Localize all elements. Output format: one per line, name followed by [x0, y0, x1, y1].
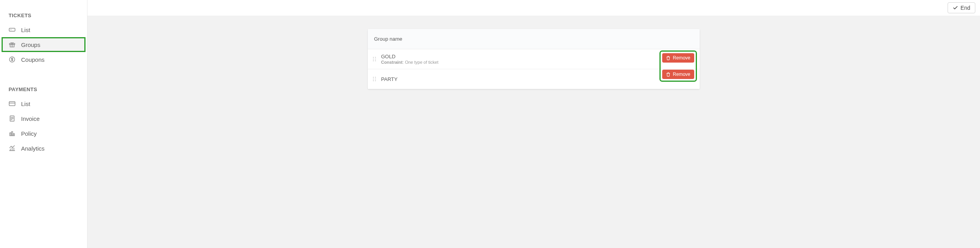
sidebar: TICKETS List Groups Coupons: [0, 0, 87, 248]
svg-point-28: [375, 79, 376, 79]
sidebar-section-payments: PAYMENTS List Invoice Policy: [0, 83, 87, 156]
ticket-icon: [9, 26, 16, 33]
svg-point-19: [373, 57, 374, 58]
sidebar-item-payments-analytics[interactable]: Analytics: [0, 141, 87, 156]
sidebar-item-label: List: [21, 101, 30, 107]
drag-handle-icon[interactable]: [372, 56, 377, 62]
remove-button[interactable]: Remove: [662, 53, 694, 63]
sidebar-item-payments-invoice[interactable]: Invoice: [0, 111, 87, 126]
sidebar-item-tickets-coupons[interactable]: Coupons: [0, 52, 87, 67]
group-row: GOLD Constraint: One type of ticket: [368, 49, 700, 69]
constraint-value: One type of ticket: [405, 60, 438, 65]
trash-icon: [666, 72, 670, 77]
svg-rect-6: [9, 102, 15, 106]
svg-point-21: [373, 59, 374, 59]
group-constraint: Constraint: One type of ticket: [381, 60, 690, 65]
svg-point-23: [373, 60, 374, 61]
sidebar-item-label: Policy: [21, 130, 37, 137]
group-row: PARTY: [368, 69, 700, 89]
credit-card-icon: [9, 100, 16, 107]
svg-rect-14: [13, 134, 14, 136]
svg-point-30: [375, 80, 376, 81]
svg-rect-0: [9, 28, 15, 31]
card-header: Group name: [368, 29, 700, 49]
sidebar-title-tickets: TICKETS: [0, 9, 87, 22]
sidebar-item-payments-policy[interactable]: Policy: [0, 126, 87, 141]
svg-point-26: [375, 77, 376, 78]
gift-icon: [9, 41, 16, 48]
remove-actions-highlight: Remove Remove: [661, 52, 695, 80]
check-icon: [953, 5, 958, 11]
svg-point-22: [375, 59, 376, 59]
content-area: Group name GOLD Constraint: One type of …: [87, 16, 980, 248]
invoice-icon: [9, 115, 16, 122]
svg-point-29: [373, 80, 374, 81]
topbar: End: [87, 0, 980, 16]
main: End Group name GOLD Constraint: One type…: [87, 0, 980, 248]
drag-handle-icon[interactable]: [372, 76, 377, 82]
analytics-icon: [9, 145, 16, 152]
svg-point-27: [373, 79, 374, 79]
sidebar-item-label: Groups: [21, 41, 40, 48]
trash-icon: [666, 56, 670, 60]
group-text: GOLD Constraint: One type of ticket: [381, 54, 690, 65]
svg-point-1: [11, 29, 11, 30]
sidebar-item-label: Coupons: [21, 56, 45, 63]
groups-card: Group name GOLD Constraint: One type of …: [368, 29, 700, 89]
group-name: PARTY: [381, 76, 690, 82]
sidebar-item-label: List: [21, 27, 30, 33]
end-button-label: End: [960, 5, 970, 11]
sidebar-item-label: Invoice: [21, 115, 40, 122]
sidebar-title-payments: PAYMENTS: [0, 83, 87, 96]
policy-icon: [9, 130, 16, 137]
svg-point-24: [375, 60, 376, 61]
group-text: PARTY: [381, 76, 690, 82]
sidebar-item-tickets-groups[interactable]: Groups: [2, 37, 86, 52]
remove-button-label: Remove: [673, 72, 690, 77]
sidebar-item-tickets-list[interactable]: List: [0, 22, 87, 37]
sidebar-item-payments-list[interactable]: List: [0, 96, 87, 111]
remove-button-label: Remove: [673, 55, 690, 61]
svg-point-20: [375, 57, 376, 58]
constraint-label: Constraint: [381, 60, 403, 65]
sidebar-item-label: Analytics: [21, 145, 45, 152]
svg-rect-12: [10, 133, 11, 136]
dollar-circle-icon: [9, 56, 16, 63]
remove-button[interactable]: Remove: [662, 70, 694, 79]
svg-point-25: [373, 77, 374, 78]
sidebar-section-tickets: TICKETS List Groups Coupons: [0, 9, 87, 67]
end-button[interactable]: End: [948, 2, 975, 13]
group-name: GOLD: [381, 54, 690, 59]
svg-rect-13: [12, 132, 13, 136]
